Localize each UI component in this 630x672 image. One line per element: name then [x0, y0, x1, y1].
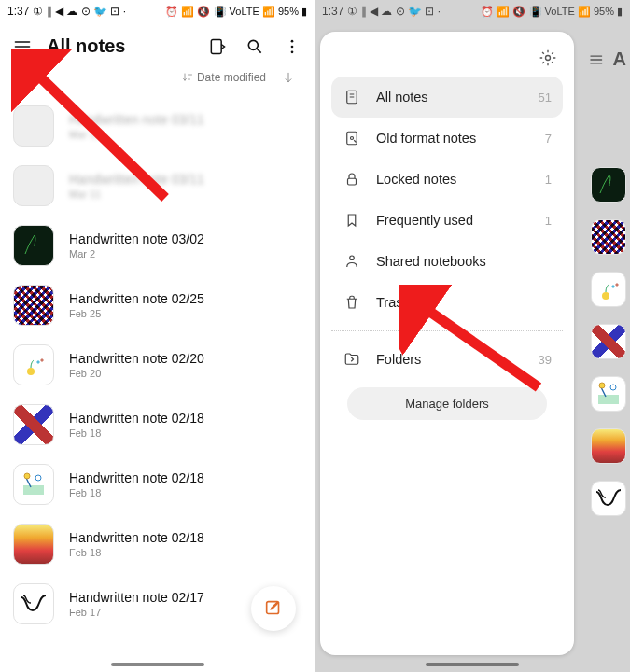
- status-bar: 1:37 ① ∥ ◀ ☁ ⊙ 🐦 ⊡ · ⏰ 📶 🔇 📳 VoLTE 📶 95%…: [0, 0, 315, 22]
- navigation-drawer: All notes51Old format notes7Locked notes…: [320, 32, 574, 655]
- note-date: Feb 18: [69, 427, 301, 439]
- drawer-item-label: Locked notes: [376, 172, 456, 187]
- note-item[interactable]: Handwritten note 03/02Mar 2: [13, 216, 301, 275]
- note-thumbnail: [591, 219, 626, 255]
- search-icon[interactable]: [245, 37, 264, 56]
- note-thumbnail: [591, 272, 626, 307]
- status-bar: 1:37 ① ∥ ◀ ☁ ⊙ 🐦 ⊡ · ⏰ 📶 🔇 📳 VoLTE 📶 95%…: [315, 0, 630, 22]
- svg-point-13: [599, 383, 605, 388]
- status-time: 1:37: [7, 5, 29, 18]
- svg-rect-0: [211, 39, 221, 53]
- drawer-item-count: 51: [539, 91, 552, 105]
- note-title: Handwritten note 02/25: [69, 291, 301, 306]
- drawer-item-label: Shared notebooks: [376, 254, 486, 269]
- svg-point-18: [351, 137, 354, 140]
- note-thumbnail: [591, 481, 626, 516]
- drawer-item-locked-notes[interactable]: Locked notes1: [331, 159, 563, 200]
- note-thumbnail: [13, 583, 54, 624]
- drawer-item-shared-notebooks[interactable]: Shared notebooks: [331, 241, 563, 282]
- left-phone-screenshot: 1:37 ① ∥ ◀ ☁ ⊙ 🐦 ⊡ · ⏰ 📶 🔇 📳 VoLTE 📶 95%…: [0, 0, 315, 672]
- note-item[interactable]: Handwritten note 02/18Feb 18: [13, 395, 301, 455]
- drawer-item-count: 1: [545, 173, 552, 187]
- note-date: Mar 11: [69, 189, 301, 200]
- note-item[interactable]: Handwritten note 02/20Feb 20: [13, 335, 301, 395]
- drawer-item-frequently-used[interactable]: Frequently used1: [331, 200, 563, 241]
- note-thumbnail: [13, 285, 54, 326]
- sort-button[interactable]: Date modified: [182, 71, 266, 84]
- note-thumbnail: [591, 324, 626, 359]
- drawer-separator: [331, 330, 563, 331]
- note-title: Handwritten note 03/02: [69, 231, 301, 246]
- svg-point-11: [602, 292, 609, 300]
- status-left-icons: ① ∥ ◀ ☁ ⊙ 🐦 ⊡ ·: [347, 5, 441, 18]
- note-thumbnail: [13, 105, 54, 147]
- note-thumbnail: [591, 376, 626, 412]
- status-right-icons: ⏰ 📶 🔇 📳 VoLTE 📶 95% ▮: [481, 6, 623, 18]
- svg-point-20: [350, 256, 355, 260]
- manage-folders-button[interactable]: Manage folders: [347, 387, 546, 420]
- page-title: All notes: [47, 35, 193, 57]
- svg-rect-6: [23, 485, 44, 495]
- manage-folders-label: Manage folders: [405, 397, 489, 411]
- note-thumbnail: [13, 225, 54, 266]
- svg-point-7: [24, 473, 30, 479]
- drawer-item-old-format-notes[interactable]: Old format notes7: [331, 118, 563, 159]
- status-left-icons: ① ∥ ◀ ☁ ⊙ 🐦 ⊡ ·: [33, 5, 126, 18]
- note-icon: [343, 88, 361, 106]
- note-thumbnail: [13, 165, 54, 206]
- notes-list: Handwritten note 03/11Mar 11Handwritten …: [0, 96, 315, 634]
- note-thumbnail: [13, 344, 54, 385]
- nav-handle: [426, 663, 519, 666]
- folder-icon: [343, 350, 361, 369]
- note-title: Handwritten note 02/18: [69, 470, 301, 485]
- svg-point-5: [27, 368, 35, 375]
- lock-icon: [343, 170, 361, 189]
- drawer-item-label: Frequently used: [376, 213, 473, 228]
- drawer-item-label: Trash: [376, 295, 411, 310]
- old-icon: [343, 129, 361, 147]
- note-date: Feb 18: [69, 547, 301, 558]
- drawer-item-count: 1: [545, 214, 552, 228]
- note-title: Handwritten note 03/11: [69, 112, 301, 127]
- svg-rect-19: [348, 178, 357, 185]
- drawer-item-folders[interactable]: Folders 39: [331, 339, 563, 380]
- more-icon[interactable]: [283, 37, 301, 56]
- trash-icon: [343, 293, 361, 312]
- note-date: Mar 11: [69, 129, 301, 140]
- bg-title-initial: A: [613, 49, 626, 70]
- background-sliver: A: [585, 30, 630, 672]
- svg-point-14: [610, 385, 616, 390]
- sort-direction-icon[interactable]: [279, 68, 298, 87]
- folders-label: Folders: [376, 352, 421, 367]
- pdf-import-icon[interactable]: [208, 37, 227, 56]
- note-item[interactable]: Handwritten note 03/11Mar 11: [13, 156, 301, 216]
- share-icon: [343, 252, 361, 271]
- right-phone-screenshot: 1:37 ① ∥ ◀ ☁ ⊙ 🐦 ⊡ · ⏰ 📶 🔇 📳 VoLTE 📶 95%…: [315, 0, 630, 672]
- svg-point-2: [291, 39, 294, 42]
- bookmark-icon: [343, 211, 361, 230]
- note-thumbnail: [591, 428, 626, 464]
- drawer-item-all-notes[interactable]: All notes51: [331, 77, 563, 118]
- note-item[interactable]: Handwritten note 02/25Feb 25: [13, 275, 301, 335]
- note-item[interactable]: Handwritten note 02/18Feb 18: [13, 514, 301, 574]
- status-right-icons: ⏰ 📶 🔇 📳 VoLTE 📶 95% ▮: [165, 6, 307, 18]
- drawer-item-label: All notes: [376, 90, 428, 105]
- svg-rect-17: [347, 132, 357, 145]
- note-title: Handwritten note 02/20: [69, 351, 301, 366]
- svg-point-4: [291, 50, 294, 53]
- note-thumbnail: [13, 404, 54, 445]
- drawer-item-label: Old format notes: [376, 131, 476, 146]
- note-date: Feb 20: [69, 368, 301, 379]
- drawer-item-trash[interactable]: Trash: [331, 282, 563, 323]
- note-item[interactable]: Handwritten note 02/18Feb 18: [13, 455, 301, 514]
- svg-point-8: [35, 475, 41, 481]
- new-note-fab[interactable]: [251, 586, 296, 631]
- hamburger-icon[interactable]: [13, 37, 32, 56]
- svg-point-15: [546, 56, 551, 61]
- settings-gear-icon[interactable]: [539, 49, 557, 67]
- note-item[interactable]: Handwritten note 03/11Mar 11: [13, 96, 301, 156]
- note-title: Handwritten note 02/18: [69, 530, 301, 545]
- svg-rect-12: [598, 395, 619, 404]
- note-thumbnail: [13, 524, 54, 565]
- note-title: Handwritten note 03/11: [69, 172, 301, 187]
